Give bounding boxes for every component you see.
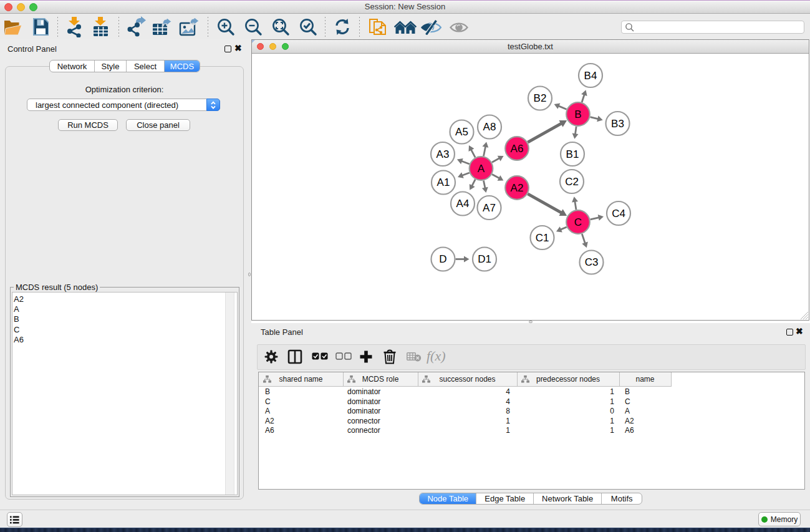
svg-text:C2: C2: [565, 176, 579, 188]
svg-text:C4: C4: [612, 208, 625, 220]
svg-text:C: C: [574, 216, 582, 228]
svg-text:C3: C3: [585, 256, 599, 268]
svg-text:A5: A5: [455, 126, 468, 138]
svg-text:B1: B1: [566, 148, 579, 160]
svg-text:B: B: [574, 109, 581, 120]
svg-text:A6: A6: [511, 143, 524, 155]
svg-text:A: A: [478, 163, 485, 175]
svg-text:A8: A8: [483, 121, 496, 133]
svg-text:D: D: [439, 253, 446, 265]
svg-text:B4: B4: [584, 70, 597, 82]
svg-text:A4: A4: [456, 198, 470, 210]
svg-text:A2: A2: [511, 182, 524, 194]
svg-text:A1: A1: [437, 177, 450, 188]
svg-text:A7: A7: [483, 202, 496, 214]
svg-text:A3: A3: [436, 148, 450, 160]
svg-text:B3: B3: [611, 118, 624, 130]
svg-text:B2: B2: [534, 92, 547, 104]
svg-text:C1: C1: [536, 232, 549, 244]
svg-text:D1: D1: [478, 253, 491, 265]
